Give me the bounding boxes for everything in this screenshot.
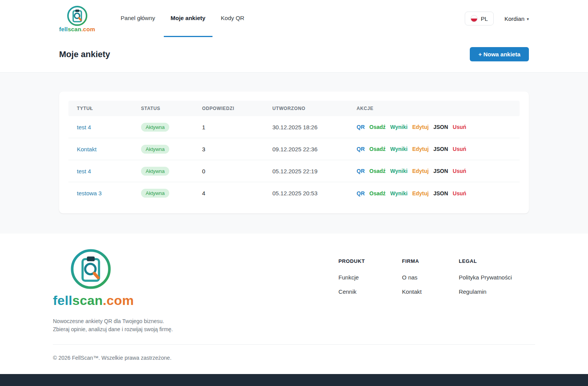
col-header-odpowiedzi: Odpowiedzi [202, 106, 272, 111]
footer-tagline: Nowoczesne ankiety QR dla Twojego biznes… [53, 317, 238, 334]
survey-title-link[interactable]: Kontakt [77, 146, 97, 152]
created-date: 05.12.2025 20:53 [272, 190, 357, 196]
footer-link-cennik[interactable]: Cennik [338, 288, 365, 295]
responses-count: 1 [202, 124, 272, 130]
status-badge: Aktywna [141, 123, 169, 132]
table-row: testowa 3 Aktywna 4 05.12.2025 20:53 QR … [68, 182, 520, 204]
action-embed-link[interactable]: Osadź [369, 168, 386, 174]
footer-col-firma: FIRMA O nas Kontakt [402, 258, 422, 334]
bottom-dark-bar [0, 374, 588, 386]
col-header-tytul: Tytuł [77, 106, 141, 111]
logo-clipboard-magnifier-icon [66, 5, 88, 27]
footer-link-funkcje[interactable]: Funkcje [338, 274, 365, 281]
row-actions: QR Osadź Wyniki Edytuj JSON Usuń [357, 124, 511, 130]
col-header-akcje: Akcje [357, 106, 511, 111]
copyright-text: © 2026 FellScan™. Wszelkie prawa zastrze… [53, 345, 535, 374]
footer-col-legal: LEGAL Polityka Prywatności Regulamin [459, 258, 512, 334]
survey-title-link[interactable]: testowa 3 [77, 190, 102, 196]
action-embed-link[interactable]: Osadź [369, 124, 386, 130]
row-actions: QR Osadź Wyniki Edytuj JSON Usuń [357, 146, 511, 152]
created-date: 09.12.2025 22:36 [272, 146, 357, 152]
action-qr-link[interactable]: QR [357, 124, 365, 130]
status-badge: Aktywna [141, 145, 169, 154]
action-qr-link[interactable]: QR [357, 190, 365, 196]
page-title: Moje ankiety [59, 49, 110, 59]
main-nav: Panel główny Moje ankiety Kody QR [114, 0, 251, 37]
action-qr-link[interactable]: QR [357, 168, 365, 174]
survey-title-link[interactable]: test 4 [77, 124, 91, 130]
table-row: test 4 Aktywna 0 05.12.2025 22:19 QR Osa… [68, 160, 520, 182]
footer-col-title: FIRMA [402, 258, 422, 264]
nav-kody-qr[interactable]: Kody QR [214, 0, 252, 37]
main-content: Tytuł Status Odpowiedzi Utworzono Akcje … [0, 73, 588, 234]
site-footer: fellscan.com Nowoczesne ankiety QR dla T… [0, 234, 588, 374]
col-header-utworzono: Utworzono [272, 106, 357, 111]
status-badge: Aktywna [141, 189, 169, 198]
action-json-link[interactable]: JSON [433, 146, 448, 152]
responses-count: 4 [202, 190, 272, 196]
action-results-link[interactable]: Wyniki [390, 168, 408, 174]
new-survey-button[interactable]: + Nowa ankieta [470, 47, 529, 61]
action-results-link[interactable]: Wyniki [390, 146, 408, 152]
footer-link-kontakt[interactable]: Kontakt [402, 288, 422, 295]
surveys-card: Tytuł Status Odpowiedzi Utworzono Akcje … [59, 91, 529, 213]
action-edit-link[interactable]: Edytuj [412, 168, 429, 174]
action-results-link[interactable]: Wyniki [390, 190, 408, 196]
row-actions: QR Osadź Wyniki Edytuj JSON Usuń [357, 168, 511, 174]
action-results-link[interactable]: Wyniki [390, 124, 408, 130]
table-row: test 4 Aktywna 1 30.12.2025 18:26 QR Osa… [68, 116, 520, 138]
footer-col-title: PRODUKT [338, 258, 365, 264]
table-header-row: Tytuł Status Odpowiedzi Utworzono Akcje [68, 101, 520, 116]
action-json-link[interactable]: JSON [433, 190, 448, 196]
footer-brand: fellscan.com Nowoczesne ankiety QR dla T… [53, 247, 238, 334]
logo-text: fellscan.com [59, 26, 95, 32]
site-logo[interactable]: fellscan.com [59, 0, 95, 37]
status-badge: Aktywna [141, 167, 169, 176]
site-header: fellscan.com Panel główny Moje ankiety K… [0, 0, 588, 37]
responses-count: 3 [202, 146, 272, 152]
action-edit-link[interactable]: Edytuj [412, 146, 429, 152]
action-delete-link[interactable]: Usuń [453, 124, 466, 130]
footer-link-o-nas[interactable]: O nas [402, 274, 422, 281]
page-header-bar: Moje ankiety + Nowa ankieta [0, 37, 588, 73]
footer-logo-text: fellscan.com [53, 293, 134, 308]
footer-link-columns: PRODUKT Funkcje Cennik FIRMA O nas Konta… [338, 247, 535, 334]
row-actions: QR Osadź Wyniki Edytuj JSON Usuń [357, 190, 511, 196]
action-qr-link[interactable]: QR [357, 146, 365, 152]
action-delete-link[interactable]: Usuń [453, 168, 466, 174]
chevron-down-icon: ▾ [527, 17, 529, 22]
action-delete-link[interactable]: Usuń [453, 190, 466, 196]
action-delete-link[interactable]: Usuń [453, 146, 466, 152]
nav-panel-glowny[interactable]: Panel główny [114, 0, 162, 37]
col-header-status: Status [141, 106, 202, 111]
responses-count: 0 [202, 168, 272, 174]
footer-link-regulamin[interactable]: Regulamin [459, 288, 512, 295]
footer-logo-clipboard-magnifier-icon [69, 247, 112, 291]
action-embed-link[interactable]: Osadź [369, 146, 386, 152]
survey-title-link[interactable]: test 4 [77, 168, 91, 174]
user-menu[interactable]: Kordian ▾ [505, 15, 529, 22]
user-name: Kordian [505, 15, 525, 22]
language-selector[interactable]: PL [465, 12, 493, 25]
footer-col-produkt: PRODUKT Funkcje Cennik [338, 258, 365, 334]
language-code: PL [481, 15, 488, 22]
footer-col-title: LEGAL [459, 258, 512, 264]
action-json-link[interactable]: JSON [433, 124, 448, 130]
created-date: 30.12.2025 18:26 [272, 124, 357, 130]
created-date: 05.12.2025 22:19 [272, 168, 357, 174]
action-edit-link[interactable]: Edytuj [412, 124, 429, 130]
table-row: Kontakt Aktywna 3 09.12.2025 22:36 QR Os… [68, 138, 520, 160]
action-embed-link[interactable]: Osadź [369, 190, 386, 196]
action-edit-link[interactable]: Edytuj [412, 190, 429, 196]
header-right: PL Kordian ▾ [465, 0, 529, 37]
nav-moje-ankiety[interactable]: Moje ankiety [164, 0, 212, 37]
footer-link-polityka[interactable]: Polityka Prywatności [459, 274, 512, 281]
action-json-link[interactable]: JSON [433, 168, 448, 174]
poland-flag-icon [471, 15, 478, 22]
